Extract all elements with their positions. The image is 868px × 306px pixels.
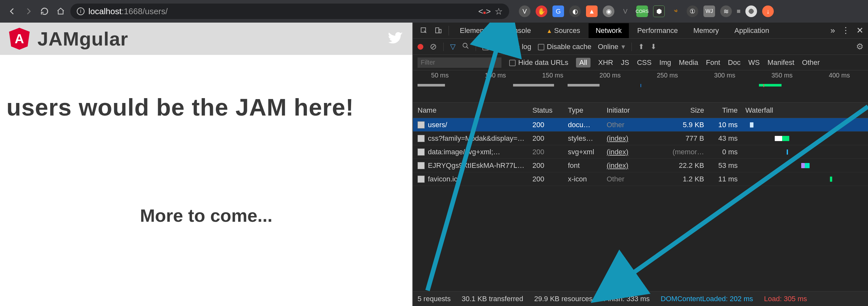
site-info-icon[interactable]: i bbox=[77, 7, 85, 15]
close-devtools-icon[interactable]: ✕ bbox=[857, 26, 864, 35]
filter-type-all[interactable]: All bbox=[576, 58, 590, 67]
filter-type[interactable]: CSS bbox=[637, 58, 651, 67]
col-status[interactable]: Status bbox=[532, 106, 568, 115]
reload-button[interactable] bbox=[38, 5, 51, 18]
bookmark-star-icon[interactable]: ☆ bbox=[495, 6, 503, 17]
table-row[interactable]: css?family=Modak&display=…200styles…(ind… bbox=[413, 132, 868, 145]
filter-type[interactable]: Font bbox=[706, 58, 720, 67]
table-row[interactable]: EJRYQgs9XtIEskMA-hR77L…200font(index)22.… bbox=[413, 159, 868, 172]
timeline-overview[interactable]: 50 ms 100 ms 150 ms 200 ms 250 ms 300 ms… bbox=[413, 70, 868, 103]
request-name: EJRYQgs9XtIEskMA-hR77L… bbox=[428, 161, 524, 170]
page-header: A JAMgular bbox=[0, 23, 412, 55]
ext-icon[interactable]: V bbox=[620, 5, 631, 17]
hide-data-urls-checkbox[interactable]: Hide data URLs bbox=[509, 58, 568, 67]
ext-icon[interactable]: ✋ bbox=[536, 5, 547, 17]
ext-icon[interactable]: V bbox=[519, 5, 530, 17]
tab-performance[interactable]: Performance bbox=[630, 23, 685, 38]
filter-type[interactable]: Doc bbox=[728, 58, 741, 67]
ext-icon[interactable]: WJ bbox=[704, 5, 715, 17]
ext-icon[interactable]: ◐ bbox=[569, 5, 581, 17]
col-name[interactable]: Name bbox=[413, 106, 532, 115]
extension-icons: V ✋ G ◐ ▲ ◉ V CORS ⬢ ༄ ① WJ ≋ ↓ bbox=[519, 5, 774, 17]
request-status: 200 bbox=[532, 121, 568, 129]
filter-type[interactable]: Other bbox=[802, 58, 820, 67]
tab-sources[interactable]: Sources bbox=[539, 23, 587, 38]
filter-toggle-icon[interactable]: ▽ bbox=[450, 42, 456, 51]
request-size: 22.2 KB bbox=[665, 161, 710, 170]
filter-type[interactable]: WS bbox=[748, 58, 760, 67]
col-init[interactable]: Initiator bbox=[607, 106, 665, 115]
filter-input[interactable] bbox=[417, 57, 501, 68]
ext-icon[interactable]: ◉ bbox=[603, 5, 614, 17]
filter-type[interactable]: Img bbox=[659, 58, 671, 67]
more-tabs-icon[interactable]: » bbox=[831, 26, 835, 35]
back-button[interactable] bbox=[6, 5, 19, 18]
table-row[interactable]: data:image/svg+xml;…200svg+xml(index)(me… bbox=[413, 145, 868, 159]
upload-har-icon[interactable]: ⬆ bbox=[638, 42, 644, 51]
tab-memory[interactable]: Memory bbox=[686, 23, 726, 38]
inspect-icon[interactable] bbox=[417, 24, 430, 37]
forward-button[interactable] bbox=[22, 5, 35, 18]
table-row[interactable]: favicon.ico200x-iconOther1.2 KB11 ms bbox=[413, 172, 868, 186]
twitter-icon[interactable] bbox=[388, 30, 403, 47]
settings-gear-icon[interactable]: ⚙ bbox=[856, 42, 864, 52]
ext-icon[interactable]: ↓ bbox=[762, 5, 774, 17]
col-type[interactable]: Type bbox=[568, 106, 607, 115]
filter-type[interactable]: XHR bbox=[598, 58, 613, 67]
tab-elements[interactable]: Elements bbox=[453, 23, 497, 38]
network-filter-bar: Hide data URLs All XHR JS CSS Img Media … bbox=[413, 55, 868, 70]
filter-type[interactable]: Manifest bbox=[767, 58, 794, 67]
search-icon[interactable] bbox=[462, 42, 469, 51]
preserve-log-checkbox[interactable]: Preserve log bbox=[483, 42, 531, 51]
status-load: Load: 305 ms bbox=[764, 295, 807, 303]
filter-type[interactable]: Media bbox=[679, 58, 698, 67]
table-row[interactable]: users/200docu…Other5.9 KB10 ms bbox=[413, 118, 868, 132]
devtools-indicator-icon[interactable]: <■> bbox=[478, 6, 491, 17]
tab-application[interactable]: Application bbox=[727, 23, 776, 38]
col-time[interactable]: Time bbox=[710, 106, 742, 115]
status-resources: 29.9 KB resources bbox=[534, 295, 593, 303]
rendered-page: A JAMgular users would be the JAM here! … bbox=[0, 23, 412, 306]
request-type: x-icon bbox=[568, 175, 607, 183]
request-size: 5.9 KB bbox=[665, 121, 710, 129]
kebab-menu-icon[interactable]: ⋮ bbox=[841, 26, 850, 35]
request-name: users/ bbox=[428, 121, 447, 129]
ext-icon[interactable]: ≋ bbox=[720, 5, 732, 17]
request-initiator[interactable]: (index) bbox=[607, 148, 665, 156]
angular-logo-icon: A bbox=[9, 28, 30, 50]
address-bar[interactable]: i localhost:1668/users/ <■> ☆ bbox=[70, 4, 509, 19]
record-button[interactable] bbox=[417, 44, 423, 50]
request-initiator[interactable]: (index) bbox=[607, 161, 665, 170]
col-wf[interactable]: Waterfall bbox=[742, 106, 868, 115]
download-har-icon[interactable]: ⬇ bbox=[651, 42, 656, 51]
ext-icon[interactable]: ༄ bbox=[670, 5, 681, 17]
ext-icon[interactable]: ① bbox=[687, 5, 698, 17]
col-size[interactable]: Size bbox=[665, 106, 710, 115]
ext-icon[interactable]: ⬢ bbox=[653, 5, 665, 17]
request-type: svg+xml bbox=[568, 148, 607, 156]
tab-network[interactable]: Network bbox=[589, 23, 629, 38]
status-bar: 5 requests 30.1 KB transferred 29.9 KB r… bbox=[413, 291, 868, 306]
svg-point-3 bbox=[463, 43, 467, 47]
ext-icon[interactable]: G bbox=[552, 5, 564, 17]
home-button[interactable] bbox=[54, 5, 67, 18]
device-toggle-icon[interactable] bbox=[432, 24, 445, 37]
waterfall-bar bbox=[749, 122, 868, 128]
request-status: 200 bbox=[532, 134, 568, 143]
request-time: 11 ms bbox=[710, 175, 742, 183]
request-initiator[interactable]: (index) bbox=[607, 134, 665, 143]
profile-avatar[interactable] bbox=[745, 5, 757, 17]
throttling-select[interactable]: Online▾ bbox=[598, 42, 625, 51]
status-transferred: 30.1 KB transferred bbox=[462, 295, 523, 303]
request-status: 200 bbox=[532, 161, 568, 170]
file-icon bbox=[417, 121, 425, 128]
disable-cache-checkbox[interactable]: Disable cache bbox=[538, 42, 591, 51]
clear-button[interactable]: ⊘ bbox=[430, 42, 437, 52]
devtools-panel: Elements Console Sources Network Perform… bbox=[412, 23, 868, 306]
tab-console[interactable]: Console bbox=[498, 23, 538, 38]
ext-icon[interactable]: CORS bbox=[636, 5, 648, 17]
ext-icon[interactable]: ▲ bbox=[586, 5, 598, 17]
filter-type[interactable]: JS bbox=[621, 58, 629, 67]
request-initiator: Other bbox=[607, 175, 665, 183]
url-path: /users/ bbox=[143, 6, 168, 16]
